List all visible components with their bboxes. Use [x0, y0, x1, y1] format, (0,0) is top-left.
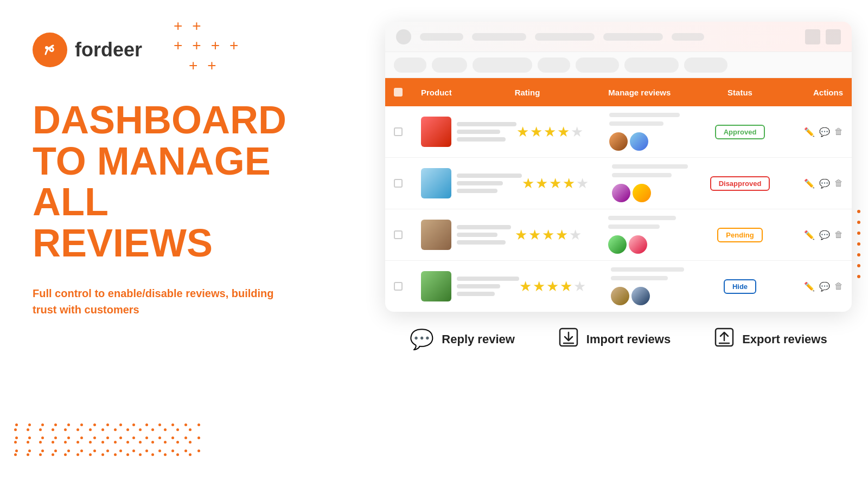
edit-icon[interactable]: ✏️	[804, 230, 815, 240]
settings-icon[interactable]	[826, 29, 841, 44]
delete-icon[interactable]: 🗑	[834, 178, 843, 188]
row-3-rating: ★ ★ ★ ★ ★	[515, 227, 609, 243]
filter-customer[interactable]	[576, 57, 619, 73]
manage-line	[608, 224, 660, 229]
filter-import[interactable]	[624, 57, 679, 73]
table-row: ★ ★ ★ ★ ★ Approved	[385, 106, 852, 158]
avatar-8	[631, 287, 650, 305]
logo-text: fordeer	[75, 38, 142, 61]
star-2: ★	[533, 278, 545, 295]
reply-review-label: Reply review	[442, 332, 515, 346]
nav-icon	[396, 29, 411, 44]
row-3-checkbox[interactable]	[394, 230, 403, 239]
row-4-checkbox[interactable]	[394, 282, 403, 291]
row-2-checkbox[interactable]	[394, 179, 403, 188]
row-2-status: Disapproved	[702, 176, 778, 191]
nav-item-2	[472, 33, 526, 41]
avatar-6	[629, 235, 647, 254]
line	[457, 277, 519, 281]
import-reviews-label: Import reviews	[586, 332, 671, 346]
search-icon[interactable]	[805, 29, 820, 44]
manage-line	[612, 173, 672, 177]
row-4-thumbnail	[421, 271, 451, 301]
status-badge-approved: Approved	[715, 125, 765, 139]
line	[457, 225, 511, 229]
reply-review-icon: 💬	[410, 328, 434, 351]
edit-icon[interactable]: ✏️	[804, 281, 815, 292]
subtitle: Full control to enable/disable reviews, …	[33, 285, 282, 318]
avatar-7	[611, 287, 629, 305]
row-2-check	[394, 179, 421, 188]
filter-product[interactable]	[473, 57, 532, 73]
delete-icon[interactable]: 🗑	[834, 281, 843, 291]
avatar-2	[630, 132, 648, 151]
row-3-thumbnail	[421, 220, 451, 250]
svg-point-1	[45, 46, 48, 49]
manage-line	[608, 216, 676, 220]
filter-rating[interactable]	[538, 57, 570, 73]
row-1-status: Approved	[702, 125, 778, 139]
delete-icon[interactable]: 🗑	[834, 127, 843, 137]
manage-line	[611, 276, 668, 280]
row-4-actions: ✏️ 💬 🗑	[778, 281, 843, 292]
reply-icon[interactable]: 💬	[819, 178, 830, 189]
select-all-checkbox[interactable]	[394, 88, 403, 97]
main-heading: DASHBOARD TO MANAGE ALL REVIEWS	[33, 100, 282, 264]
nav-item-3	[535, 33, 595, 41]
row-1-thumbnail	[421, 117, 451, 147]
star-5: ★	[571, 124, 583, 140]
nav-item-4	[603, 33, 663, 41]
feature-import[interactable]: Import reviews	[558, 327, 671, 352]
filter-all[interactable]	[394, 57, 426, 73]
edit-icon[interactable]: ✏️	[804, 127, 815, 137]
filter-status[interactable]	[432, 57, 467, 73]
row-1-product	[421, 117, 516, 147]
line	[457, 233, 497, 237]
header-product: Product	[421, 88, 515, 97]
filter-bar	[385, 52, 852, 78]
logo-icon	[33, 33, 67, 67]
line	[457, 240, 506, 245]
star-4: ★	[557, 124, 570, 140]
row-1-checkbox[interactable]	[394, 127, 403, 136]
nav-right-icons	[805, 29, 841, 44]
row-2-rating: ★ ★ ★ ★ ★	[522, 175, 612, 192]
nav-item-5	[672, 33, 704, 41]
table-row: ★ ★ ★ ★ ★ Hide ✏	[385, 261, 852, 312]
row-3-manage	[608, 216, 702, 254]
row-3-avatars	[608, 235, 702, 254]
row-1-avatars	[609, 132, 702, 151]
star-1: ★	[522, 175, 534, 192]
star-3: ★	[542, 227, 554, 243]
star-5: ★	[573, 278, 586, 295]
feature-export[interactable]: Export reviews	[714, 327, 827, 352]
star-3: ★	[549, 175, 561, 192]
row-1-manage	[609, 113, 702, 151]
export-reviews-label: Export reviews	[742, 332, 827, 346]
row-1-rating: ★ ★ ★ ★ ★	[516, 124, 609, 140]
reply-icon[interactable]: 💬	[819, 230, 830, 240]
manage-line	[609, 121, 663, 126]
table-body: ★ ★ ★ ★ ★ Approved	[385, 106, 852, 312]
dot-grid-bl	[14, 428, 196, 461]
star-3: ★	[544, 124, 556, 140]
delete-icon[interactable]: 🗑	[834, 230, 843, 240]
table-header: Product Rating Manage reviews Status Act…	[385, 78, 852, 106]
table-row: ★ ★ ★ ★ ★ Pending	[385, 209, 852, 261]
status-badge-disapproved: Disapproved	[710, 176, 770, 191]
import-reviews-icon	[558, 327, 579, 352]
filter-export[interactable]	[684, 57, 727, 73]
row-4-manage	[611, 267, 703, 305]
reply-icon[interactable]: 💬	[819, 281, 830, 292]
feature-reply[interactable]: 💬 Reply review	[410, 328, 515, 351]
row-3-check	[394, 230, 421, 239]
line	[457, 181, 503, 185]
export-reviews-icon	[714, 327, 735, 352]
reply-icon[interactable]: 💬	[819, 127, 830, 137]
dashboard-section: Product Rating Manage reviews Status Act…	[385, 22, 852, 357]
row-1-product-lines	[457, 122, 516, 142]
line	[457, 189, 497, 193]
edit-icon[interactable]: ✏️	[804, 178, 815, 189]
avatar-1	[609, 132, 628, 151]
line	[457, 122, 516, 126]
